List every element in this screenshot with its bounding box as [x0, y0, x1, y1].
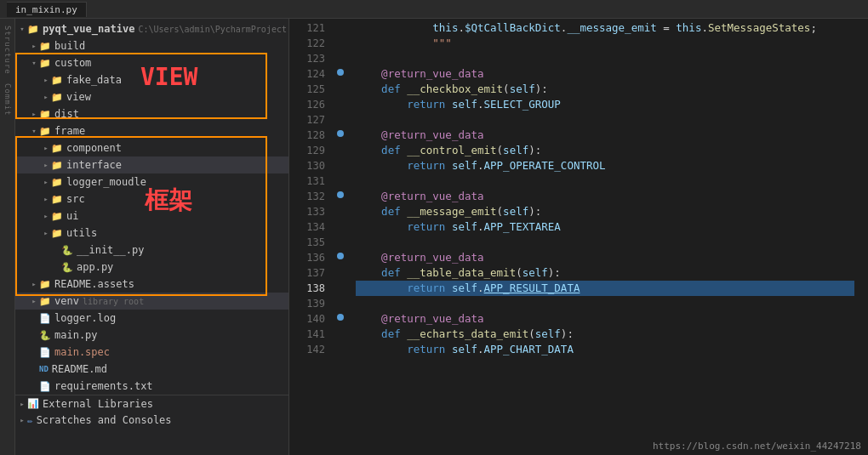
tree-readme-assets[interactable]: ▸ 📁 README.assets — [15, 276, 288, 293]
tree-build[interactable]: ▸ 📁 build — [15, 37, 288, 54]
tree-ui[interactable]: ▸ 📁 ui — [15, 208, 288, 225]
arrow-venv: ▸ — [29, 297, 39, 305]
folder-icon-utils: 📁 — [51, 228, 63, 239]
file-icon-init-py: 🐍 — [61, 245, 73, 256]
folder-icon-src: 📁 — [51, 194, 63, 205]
code-content[interactable]: this.$QtCallBackDict.__message_emit = th… — [349, 19, 861, 455]
folder-icon-logger-moudle: 📁 — [51, 177, 63, 188]
tree-init-py[interactable]: ▸ 🐍 __init__.py — [15, 242, 288, 259]
project-name: pyqt_vue_native — [43, 23, 134, 35]
folder-icon-custom: 📁 — [39, 58, 51, 69]
sidebar: Structure Commit VIEW 框架 ▾ 📁 pyqt_vue_na… — [0, 19, 289, 455]
label-custom: custom — [54, 57, 91, 69]
label-component: component — [66, 142, 122, 154]
tree-readme-md[interactable]: ▸ ND README.md — [15, 361, 288, 378]
folder-icon-view: 📁 — [51, 92, 63, 103]
label-dist: dist — [54, 108, 79, 120]
arrow-requirements-txt: ▸ — [29, 382, 39, 390]
tree-main-spec[interactable]: ▸ 📄 main.spec — [15, 344, 288, 361]
tree-dist[interactable]: ▸ 📁 dist — [15, 105, 288, 122]
file-icon-main-spec: 📄 — [39, 347, 51, 358]
tree-logger-moudle[interactable]: ▸ 📁 logger_moudle — [15, 173, 288, 191]
label-main-spec: main.spec — [54, 346, 110, 358]
label-scratches: Scratches and Consoles — [37, 414, 172, 426]
line-numbers: 1211221231241251261271281291301311321331… — [289, 19, 332, 455]
file-icon-app-py: 🐍 — [61, 262, 73, 273]
label-utils: utils — [66, 227, 97, 239]
project-path: C:\Users\admin\PycharmProject — [138, 25, 287, 34]
label-logger-moudle: logger_moudle — [66, 176, 146, 188]
venv-suffix: library root — [83, 297, 144, 306]
tree-venv[interactable]: ▸ 📁 venv library root — [15, 293, 288, 310]
tree-logger-log[interactable]: ▸ 📄 logger.log — [15, 310, 288, 327]
label-requirements-txt: requirements.txt — [54, 380, 153, 392]
tree-project-root[interactable]: ▾ 📁 pyqt_vue_native C:\Users\admin\Pycha… — [15, 20, 288, 37]
label-init-py: __init__.py — [77, 244, 144, 256]
tree-scratches[interactable]: ▸ ✏️ Scratches and Consoles — [15, 412, 288, 429]
label-interface: interface — [66, 159, 122, 171]
tree-app-py[interactable]: ▸ 🐍 app.py — [15, 259, 288, 276]
folder-icon-root: 📁 — [27, 24, 39, 35]
folder-icon-dist: 📁 — [39, 109, 51, 120]
file-icon-requirements-txt: 📄 — [39, 381, 51, 392]
label-frame: frame — [54, 125, 85, 137]
tree-ext-libs[interactable]: ▸ 📊 External Libraries — [15, 395, 288, 412]
app-root: in_mixin.py Structure Commit VIEW 框架 — [0, 0, 868, 455]
tree-utils[interactable]: ▸ 📁 utils — [15, 225, 288, 242]
file-icon-logger-log: 📄 — [39, 313, 51, 324]
tree-main-py[interactable]: ▸ 🐍 main.py — [15, 327, 288, 344]
folder-icon-readme-assets: 📁 — [39, 279, 51, 290]
gutter — [332, 19, 349, 455]
arrow-ui: ▸ — [41, 212, 51, 220]
code-area: 1211221231241251261271281291301311321331… — [289, 19, 868, 455]
folder-icon-component: 📁 — [51, 143, 63, 154]
label-ui: ui — [66, 210, 78, 222]
arrow-custom: ▾ — [29, 59, 39, 67]
code-editor: 1211221231241251261271281291301311321331… — [289, 19, 868, 455]
arrow-pyqt: ▾ — [17, 25, 27, 33]
arrow-logger-moudle: ▸ — [41, 178, 51, 186]
arrow-readme-md: ▸ — [29, 365, 39, 373]
label-main-py: main.py — [54, 329, 98, 341]
arrow-frame: ▾ — [29, 127, 39, 135]
side-tab-commit[interactable]: Commit — [2, 80, 14, 120]
folder-icon-frame: 📁 — [39, 126, 51, 137]
label-src: src — [66, 193, 85, 205]
arrow-scratches: ▸ — [17, 416, 27, 424]
side-tab-structure[interactable]: Structure — [2, 22, 14, 78]
file-icon-readme-md: ND — [39, 365, 49, 373]
file-icon-main-py: 🐍 — [39, 330, 51, 341]
arrow-utils: ▸ — [41, 229, 51, 237]
scratches-icon: ✏️ — [27, 415, 33, 426]
tree-src[interactable]: ▸ 📁 src — [15, 191, 288, 208]
editor-tab-top[interactable]: in_mixin.py — [7, 2, 87, 17]
label-app-py: app.py — [77, 261, 113, 273]
top-tab-bar: in_mixin.py — [0, 0, 868, 19]
tree-custom[interactable]: ▾ 📁 custom — [15, 54, 288, 71]
chart-icon-ext-libs: 📊 — [27, 398, 39, 409]
file-tree: ▾ 📁 pyqt_vue_native C:\Users\admin\Pycha… — [15, 19, 288, 455]
tree-interface[interactable]: ▸ 📁 interface — [15, 156, 288, 173]
main-layout: Structure Commit VIEW 框架 ▾ 📁 pyqt_vue_na… — [0, 19, 868, 455]
arrow-ext-libs: ▸ — [17, 400, 27, 408]
arrow-app-py: ▸ — [51, 263, 61, 271]
arrow-logger-log: ▸ — [29, 314, 39, 322]
scrollbar[interactable] — [861, 19, 868, 455]
folder-icon-build: 📁 — [39, 41, 51, 52]
arrow-component: ▸ — [41, 144, 51, 152]
tree-fake-data[interactable]: ▸ 📁 fake_data — [15, 71, 288, 88]
arrow-src: ▸ — [41, 195, 51, 203]
tree-requirements-txt[interactable]: ▸ 📄 requirements.txt — [15, 378, 288, 395]
tree-component[interactable]: ▸ 📁 component — [15, 139, 288, 156]
arrow-view: ▸ — [41, 93, 51, 101]
tree-frame[interactable]: ▾ 📁 frame — [15, 122, 288, 139]
arrow-init-py: ▸ — [51, 246, 61, 254]
label-logger-log: logger.log — [54, 312, 116, 324]
tab-filename: in_mixin.py — [15, 4, 77, 15]
label-readme-assets: README.assets — [54, 278, 134, 290]
arrow-dist: ▸ — [29, 110, 39, 118]
folder-icon-interface: 📁 — [51, 160, 63, 171]
label-venv: venv — [54, 295, 79, 307]
label-fake-data: fake_data — [66, 74, 122, 86]
tree-view[interactable]: ▸ 📁 view — [15, 88, 288, 105]
